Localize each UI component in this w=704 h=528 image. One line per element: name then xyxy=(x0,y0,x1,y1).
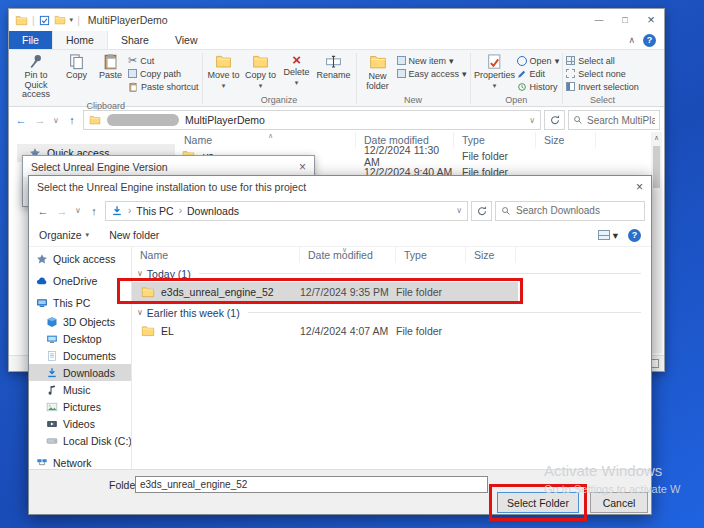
picker-search-box[interactable] xyxy=(495,201,645,221)
ribbon-separator xyxy=(202,53,203,104)
up-icon[interactable]: ↑ xyxy=(86,205,102,217)
scrollbar[interactable]: ∧ xyxy=(651,132,662,353)
breadcrumb-this-pc[interactable]: This PC xyxy=(136,205,173,217)
properties-icon xyxy=(486,53,503,70)
maximize-button[interactable]: □ xyxy=(612,9,638,31)
minimize-button[interactable]: — xyxy=(586,9,612,31)
organize-button[interactable]: Organize ▾ xyxy=(39,229,89,241)
group-header-earlier[interactable]: ∨ Earlier this week (1) xyxy=(132,304,651,321)
recent-locations-icon[interactable]: ∨ xyxy=(51,116,61,125)
history-button[interactable]: History xyxy=(517,80,560,93)
close-icon[interactable]: × xyxy=(636,180,643,194)
new-folder-button[interactable]: New folder xyxy=(360,51,396,91)
new-folder-button[interactable]: New folder xyxy=(109,229,159,241)
sidebar-item-pictures[interactable]: Pictures xyxy=(29,398,131,415)
copy-path-button[interactable]: Copy path xyxy=(128,67,199,80)
address-bar[interactable]: MultiPlayerDemo ∨ xyxy=(83,110,541,130)
tab-share[interactable]: Share xyxy=(108,31,162,49)
paste-button[interactable]: Paste xyxy=(94,51,127,81)
sidebar-item-onedrive[interactable]: OneDrive xyxy=(29,272,131,289)
desktop-icon xyxy=(46,333,58,345)
copy-button[interactable]: Copy xyxy=(60,51,93,81)
breadcrumb-downloads[interactable]: Downloads xyxy=(187,205,239,217)
tab-file[interactable]: File xyxy=(9,31,52,49)
recent-locations-icon[interactable]: ∨ xyxy=(73,206,83,215)
refresh-button[interactable] xyxy=(544,110,565,130)
open-button[interactable]: Open ▾ xyxy=(517,54,560,67)
explorer-search-box[interactable] xyxy=(568,110,660,130)
scroll-up-icon[interactable]: ∧ xyxy=(651,132,662,142)
sidebar-item-documents[interactable]: Documents xyxy=(29,347,131,364)
new-item-icon xyxy=(397,56,406,65)
column-header-type[interactable]: Type xyxy=(454,132,536,148)
picker-titlebar: Select the Unreal Engine installation to… xyxy=(29,176,651,197)
easy-access-icon xyxy=(397,69,406,78)
delete-button[interactable]: × Delete ▾ xyxy=(280,51,314,87)
qat-dropdown-icon[interactable]: ▾ xyxy=(70,16,74,24)
tab-home[interactable]: Home xyxy=(52,31,108,49)
column-header-type[interactable]: Type xyxy=(396,247,466,263)
computer-icon xyxy=(36,297,48,309)
column-header-name[interactable]: Name xyxy=(132,247,300,263)
paste-shortcut-button[interactable]: Paste shortcut xyxy=(128,80,199,93)
column-header-size[interactable]: Size xyxy=(466,247,516,263)
forward-icon[interactable]: → xyxy=(32,114,48,126)
forward-icon[interactable]: → xyxy=(54,205,70,217)
rename-button[interactable]: Rename xyxy=(315,51,353,81)
sidebar-item-this-pc[interactable]: This PC xyxy=(29,294,131,311)
group-label-select: Select xyxy=(566,94,639,106)
sidebar-item-3d-objects[interactable]: 3D Objects xyxy=(29,313,131,330)
view-selector-button[interactable]: ▾ xyxy=(598,229,618,241)
explorer-address-row: ← → ∨ ↑ MultiPlayerDemo ∨ xyxy=(9,107,664,133)
sidebar-item-music[interactable]: Music xyxy=(29,381,131,398)
tab-view[interactable]: View xyxy=(162,31,211,49)
star-icon xyxy=(36,253,48,265)
music-note-icon xyxy=(46,384,58,396)
search-icon xyxy=(501,206,511,216)
pin-to-quick-access-button[interactable]: Pin to Quick access xyxy=(13,51,59,100)
list-item-el-folder[interactable]: EL 12/4/2024 4:07 AM File folder xyxy=(132,321,518,341)
copy-to-button[interactable]: Copy to ▾ xyxy=(243,51,279,90)
address-dropdown-icon[interactable]: ∨ xyxy=(456,206,462,215)
close-button[interactable]: × xyxy=(638,9,664,31)
help-icon[interactable]: ? xyxy=(628,229,641,242)
breadcrumb[interactable]: › This PC › Downloads ∨ xyxy=(105,201,468,221)
select-all-button[interactable]: Select all xyxy=(566,54,639,67)
checkbox-icon[interactable] xyxy=(39,15,50,26)
refresh-button[interactable] xyxy=(471,201,492,221)
up-icon[interactable]: ↑ xyxy=(64,114,80,126)
close-icon[interactable]: × xyxy=(299,160,306,174)
sidebar-item-desktop[interactable]: Desktop xyxy=(29,330,131,347)
column-header-date[interactable]: ∨ Date modified xyxy=(300,247,396,263)
picker-search-input[interactable] xyxy=(516,205,639,216)
back-icon[interactable]: ← xyxy=(35,205,51,217)
move-to-button[interactable]: Move to ▾ xyxy=(206,51,242,90)
select-none-button[interactable]: Select none xyxy=(566,67,639,80)
help-icon[interactable]: ? xyxy=(643,34,656,47)
view-grid-icon xyxy=(598,230,610,240)
column-header-name[interactable]: ∧ Name xyxy=(176,132,356,148)
open-icon xyxy=(517,56,527,66)
sidebar-item-local-disk[interactable]: Local Disk (C:) xyxy=(29,432,131,449)
watermark-line2: Go to Settings to activate W xyxy=(544,483,680,495)
sidebar-item-network[interactable]: Network xyxy=(29,454,131,469)
folder-name-input[interactable] xyxy=(135,476,488,493)
easy-access-button[interactable]: Easy access ▾ xyxy=(397,67,467,80)
scrollbar-thumb[interactable] xyxy=(653,146,660,188)
column-header-size[interactable]: Size xyxy=(536,132,596,148)
cancel-button[interactable]: Cancel xyxy=(590,492,648,513)
cut-button[interactable]: ✂ Cut xyxy=(128,54,199,67)
folder-icon[interactable] xyxy=(54,14,66,26)
invert-selection-button[interactable]: Invert selection xyxy=(566,80,639,93)
sidebar-item-quick-access[interactable]: Quick access xyxy=(29,250,131,267)
address-dropdown-icon[interactable]: ∨ xyxy=(529,116,535,125)
new-item-button[interactable]: New item ▾ xyxy=(397,54,467,67)
explorer-search-input[interactable] xyxy=(587,115,655,126)
sort-ascending-icon: ∧ xyxy=(268,128,273,144)
properties-button[interactable]: Properties ▾ xyxy=(474,51,516,90)
back-icon[interactable]: ← xyxy=(13,114,29,126)
sidebar-item-videos[interactable]: Videos xyxy=(29,415,131,432)
sidebar-item-downloads[interactable]: Downloads xyxy=(29,364,131,381)
edit-button[interactable]: Edit xyxy=(517,67,560,80)
ribbon-collapse-icon[interactable]: ∧ xyxy=(628,35,635,45)
